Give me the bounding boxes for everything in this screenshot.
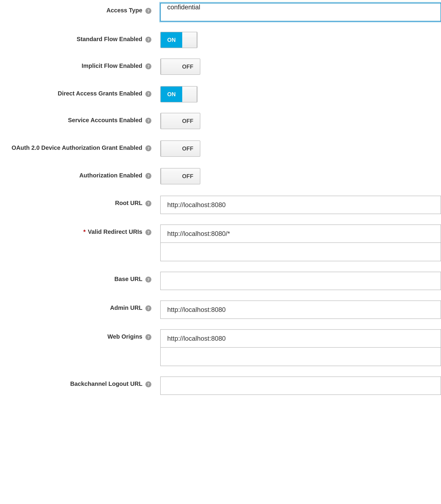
row-service-accounts: Service Accounts Enabled ? ON OFF	[0, 113, 441, 130]
label-base-url: Base URL ?	[0, 272, 160, 283]
implicit-flow-toggle[interactable]: ON OFF	[160, 59, 200, 75]
label-direct-access: Direct Access Grants Enabled ?	[0, 86, 160, 98]
root-url-input[interactable]	[160, 196, 441, 214]
help-icon[interactable]: ?	[145, 118, 151, 124]
row-admin-url: Admin URL ?	[0, 300, 441, 319]
row-backchannel: Backchannel Logout URL ?	[0, 376, 441, 395]
web-origin-input-1[interactable]	[160, 348, 441, 366]
row-direct-access: Direct Access Grants Enabled ? ON OFF	[0, 86, 441, 102]
base-url-input[interactable]	[160, 272, 441, 290]
row-authz: Authorization Enabled ? ON OFF	[0, 168, 441, 185]
oauth-device-toggle[interactable]: ON OFF	[160, 140, 200, 157]
label-oauth-device: OAuth 2.0 Device Authorization Grant Ena…	[0, 140, 160, 152]
help-icon[interactable]: ?	[145, 305, 151, 311]
label-text-root-url: Root URL	[115, 200, 142, 206]
label-text-service-accounts: Service Accounts Enabled	[68, 117, 142, 123]
toggle-handle	[161, 168, 175, 184]
standard-flow-toggle[interactable]: ON OFF	[160, 32, 198, 48]
toggle-handle	[161, 141, 175, 156]
required-marker: *	[83, 228, 86, 235]
valid-redirect-input-1[interactable]	[160, 243, 441, 261]
toggle-on-label: ON	[161, 87, 182, 102]
label-service-accounts: Service Accounts Enabled ?	[0, 113, 160, 124]
help-icon[interactable]: ?	[145, 37, 151, 43]
label-valid-redirect: * Valid Redirect URIs ?	[0, 225, 160, 236]
toggle-off-label: OFF	[175, 113, 200, 129]
toggle-handle	[182, 87, 197, 102]
row-standard-flow: Standard Flow Enabled ? ON OFF	[0, 32, 441, 48]
row-access-type: Access Type ? confidential	[0, 3, 441, 21]
valid-redirect-input-0[interactable]	[160, 225, 441, 243]
toggle-off-label: OFF	[175, 141, 200, 156]
client-settings-form: Access Type ? confidential Standard Flow…	[0, 0, 441, 395]
row-root-url: Root URL ?	[0, 196, 441, 214]
label-backchannel: Backchannel Logout URL ?	[0, 376, 160, 388]
access-type-select[interactable]: confidential	[160, 3, 441, 21]
label-admin-url: Admin URL ?	[0, 300, 160, 312]
label-web-origins: Web Origins ?	[0, 329, 160, 341]
label-text-admin-url: Admin URL	[110, 305, 142, 311]
toggle-off-label: OFF	[175, 59, 200, 74]
web-origin-input-0[interactable]	[160, 329, 441, 348]
row-oauth-device: OAuth 2.0 Device Authorization Grant Ena…	[0, 140, 441, 158]
toggle-handle	[182, 32, 197, 48]
authz-toggle[interactable]: ON OFF	[160, 168, 200, 184]
label-root-url: Root URL ?	[0, 196, 160, 207]
label-text-base-url: Base URL	[114, 276, 142, 282]
help-icon[interactable]: ?	[145, 173, 151, 179]
help-icon[interactable]: ?	[145, 63, 151, 69]
row-base-url: Base URL ?	[0, 272, 441, 290]
help-icon[interactable]: ?	[145, 8, 151, 14]
label-authz: Authorization Enabled ?	[0, 168, 160, 179]
help-icon[interactable]: ?	[145, 276, 151, 282]
help-icon[interactable]: ?	[145, 334, 151, 340]
help-icon[interactable]: ?	[145, 229, 151, 235]
toggle-handle	[161, 113, 175, 129]
help-icon[interactable]: ?	[145, 91, 151, 97]
toggle-on-label: ON	[161, 32, 182, 48]
label-text-access-type: Access Type	[106, 7, 142, 14]
help-icon[interactable]: ?	[145, 381, 151, 387]
admin-url-input[interactable]	[160, 300, 441, 319]
label-text-web-origins: Web Origins	[108, 333, 142, 340]
help-icon[interactable]: ?	[145, 145, 151, 151]
direct-access-toggle[interactable]: ON OFF	[160, 86, 198, 102]
row-web-origins: Web Origins ?	[0, 329, 441, 366]
label-text-valid-redirect: Valid Redirect URIs	[88, 228, 142, 235]
help-icon[interactable]: ?	[145, 201, 151, 207]
label-access-type: Access Type ?	[0, 3, 160, 14]
label-text-backchannel: Backchannel Logout URL	[70, 380, 142, 387]
row-implicit-flow: Implicit Flow Enabled ? ON OFF	[0, 59, 441, 76]
label-text-implicit-flow: Implicit Flow Enabled	[82, 63, 142, 69]
label-text-direct-access: Direct Access Grants Enabled	[58, 90, 142, 97]
label-implicit-flow: Implicit Flow Enabled ?	[0, 59, 160, 70]
service-accounts-toggle[interactable]: ON OFF	[160, 113, 200, 129]
toggle-off-label: OFF	[175, 168, 200, 184]
label-text-standard-flow: Standard Flow Enabled	[77, 36, 142, 42]
label-text-oauth-device: OAuth 2.0 Device Authorization Grant Ena…	[12, 145, 142, 151]
label-standard-flow: Standard Flow Enabled ?	[0, 32, 160, 43]
toggle-handle	[161, 59, 175, 74]
label-text-authz: Authorization Enabled	[79, 172, 142, 179]
row-valid-redirect: * Valid Redirect URIs ?	[0, 225, 441, 261]
backchannel-input[interactable]	[160, 376, 441, 395]
